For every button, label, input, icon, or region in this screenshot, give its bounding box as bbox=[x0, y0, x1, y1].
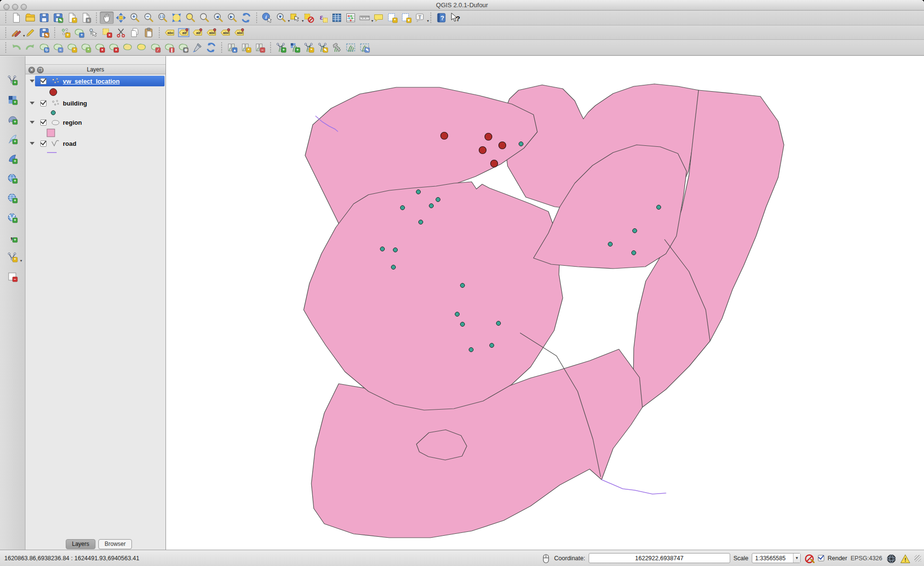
split-features-button[interactable]: ∕ bbox=[148, 41, 162, 54]
layer-label[interactable]: region bbox=[63, 119, 82, 126]
layer-item-region[interactable]: region bbox=[25, 117, 166, 128]
new-bookmark-button[interactable]: * bbox=[385, 12, 399, 24]
pan-to-selection-button[interactable] bbox=[114, 12, 128, 24]
new-grass-mapset-button[interactable]: * bbox=[239, 41, 253, 54]
identify-features-button[interactable]: i bbox=[260, 12, 274, 24]
move-label-button[interactable]: abc bbox=[204, 26, 218, 39]
toggle-extents-mouse-icon[interactable] bbox=[540, 553, 551, 564]
layer-visibility-checkbox[interactable] bbox=[40, 78, 47, 84]
chevron-down-icon[interactable]: ▾ bbox=[20, 259, 22, 263]
add-mssql-layer-button[interactable]: + bbox=[5, 152, 20, 165]
open-project-button[interactable] bbox=[23, 12, 37, 24]
edit-grass-region-button[interactable]: ✎ bbox=[357, 41, 371, 54]
delete-selected-button[interactable]: × bbox=[100, 26, 114, 39]
composer-manager-button[interactable]: s bbox=[79, 12, 93, 24]
zoom-full-button[interactable] bbox=[169, 12, 183, 24]
close-panel-icon[interactable]: ✕ bbox=[28, 67, 35, 73]
show-hide-labels-button[interactable]: ab bbox=[190, 26, 204, 39]
add-postgis-layer-button[interactable]: + bbox=[5, 113, 20, 126]
select-features-button[interactable]: ▾ bbox=[288, 12, 302, 24]
map-canvas[interactable] bbox=[166, 56, 924, 550]
layer-item-road[interactable]: road bbox=[25, 138, 166, 149]
save-layer-edits-button[interactable]: ✎ bbox=[37, 26, 51, 39]
messages-warning-icon[interactable]: ! bbox=[900, 553, 910, 564]
map-tips-button[interactable] bbox=[371, 12, 385, 24]
toggle-editing-button[interactable] bbox=[23, 26, 37, 39]
merge-features-button[interactable]: ⊕ bbox=[176, 41, 190, 54]
whats-this-button[interactable]: ? bbox=[448, 12, 462, 24]
expand-collapse-icon[interactable] bbox=[30, 121, 35, 124]
split-parts-button[interactable]: ∥ bbox=[162, 41, 176, 54]
close-grass-mapset-button[interactable]: − bbox=[253, 41, 267, 54]
layer-label[interactable]: building bbox=[63, 100, 87, 107]
show-bookmarks-button[interactable]: ▾ bbox=[399, 12, 413, 24]
copy-features-button[interactable] bbox=[128, 26, 142, 39]
new-shapefile-layer-button[interactable]: *▾ bbox=[5, 250, 20, 264]
deselect-all-button[interactable] bbox=[302, 12, 316, 24]
add-grass-raster-layer-button[interactable]: + bbox=[288, 41, 302, 54]
zoom-to-layer-button[interactable] bbox=[197, 12, 211, 24]
new-print-composer-button[interactable]: * bbox=[65, 12, 79, 24]
pin-unpin-labels-button[interactable]: ab bbox=[177, 26, 190, 39]
cut-features-button[interactable] bbox=[114, 26, 128, 39]
undo-button[interactable] bbox=[9, 41, 23, 54]
add-wcs-layer-button[interactable]: + bbox=[5, 191, 20, 205]
pan-map-button[interactable] bbox=[100, 12, 114, 24]
render-checkbox[interactable] bbox=[818, 555, 824, 561]
paste-features-button[interactable] bbox=[142, 26, 155, 39]
expand-collapse-icon[interactable] bbox=[30, 142, 35, 145]
scale-combobox[interactable]: 1:33565585 ▼ bbox=[752, 553, 801, 563]
add-wfs-layer-button[interactable]: + bbox=[5, 211, 20, 224]
rotate-feature-button[interactable]: ↻ bbox=[37, 41, 51, 54]
merge-attributes-button[interactable] bbox=[190, 41, 204, 54]
crs-globe-icon[interactable] bbox=[886, 553, 896, 564]
zoom-actual-size-button[interactable]: 1:1 bbox=[155, 12, 169, 24]
layer-item-building[interactable]: building bbox=[25, 98, 166, 108]
zoom-next-button[interactable]: ▸ bbox=[225, 12, 239, 24]
chevron-down-icon[interactable]: ▾ bbox=[427, 19, 429, 23]
delete-part-button[interactable]: × bbox=[107, 41, 120, 54]
coordinate-input[interactable] bbox=[589, 553, 730, 563]
layer-label[interactable]: vw_select_location bbox=[63, 78, 120, 85]
add-feature-button[interactable]: + bbox=[58, 26, 72, 39]
simplify-feature-button[interactable]: ≈ bbox=[51, 41, 65, 54]
save-project-as-button[interactable]: ✎ bbox=[51, 12, 65, 24]
refresh-map-button[interactable] bbox=[239, 12, 253, 24]
new-grass-vector-button[interactable]: * bbox=[302, 41, 316, 54]
rotate-label-button[interactable]: abc bbox=[218, 26, 232, 39]
rotate-point-symbols-button[interactable] bbox=[204, 41, 218, 54]
help-contents-button[interactable]: ? bbox=[434, 12, 448, 24]
add-delimited-text-layer-button[interactable]: ,+ bbox=[5, 231, 20, 244]
layer-label[interactable]: road bbox=[63, 140, 76, 147]
open-attribute-table-button[interactable] bbox=[330, 12, 344, 24]
add-raster-layer-button[interactable]: + bbox=[5, 93, 20, 106]
float-panel-icon[interactable]: ❐ bbox=[37, 67, 44, 73]
open-grass-mapset-button[interactable]: ▴ bbox=[225, 41, 239, 54]
save-project-button[interactable] bbox=[37, 12, 51, 24]
expand-collapse-icon[interactable] bbox=[30, 80, 35, 83]
select-by-expression-button[interactable]: ε bbox=[316, 12, 330, 24]
add-grass-vector-layer-button[interactable]: + bbox=[274, 41, 288, 54]
zoom-last-button[interactable]: ◂ bbox=[211, 12, 225, 24]
stop-render-icon[interactable] bbox=[804, 553, 815, 564]
layer-visibility-checkbox[interactable] bbox=[40, 141, 47, 147]
reshape-features-button[interactable] bbox=[120, 41, 134, 54]
zoom-out-button[interactable]: − bbox=[142, 12, 155, 24]
field-calculator-button[interactable] bbox=[344, 12, 357, 24]
delete-ring-button[interactable]: × bbox=[93, 41, 107, 54]
run-feature-action-button[interactable]: ▾▾ bbox=[274, 12, 288, 24]
zoom-to-selection-button[interactable] bbox=[183, 12, 197, 24]
measure-line-button[interactable]: ▾ bbox=[357, 12, 371, 24]
move-feature-button[interactable]: + bbox=[72, 26, 86, 39]
zoom-in-button[interactable]: + bbox=[128, 12, 142, 24]
add-wms-layer-button[interactable]: + bbox=[5, 172, 20, 185]
add-vector-layer-button[interactable]: + bbox=[5, 73, 20, 87]
text-annotation-button[interactable]: T▾ bbox=[413, 12, 427, 24]
change-label-button[interactable]: abc bbox=[232, 26, 246, 39]
open-grass-tools-button[interactable] bbox=[330, 41, 344, 54]
offset-curve-button[interactable] bbox=[134, 41, 148, 54]
panel-tab-browser[interactable]: Browser bbox=[98, 539, 132, 549]
layer-item-vw_select_location[interactable]: vw_select_location bbox=[25, 76, 166, 86]
add-part-button[interactable]: * bbox=[79, 41, 93, 54]
layer-visibility-checkbox[interactable] bbox=[40, 119, 47, 126]
